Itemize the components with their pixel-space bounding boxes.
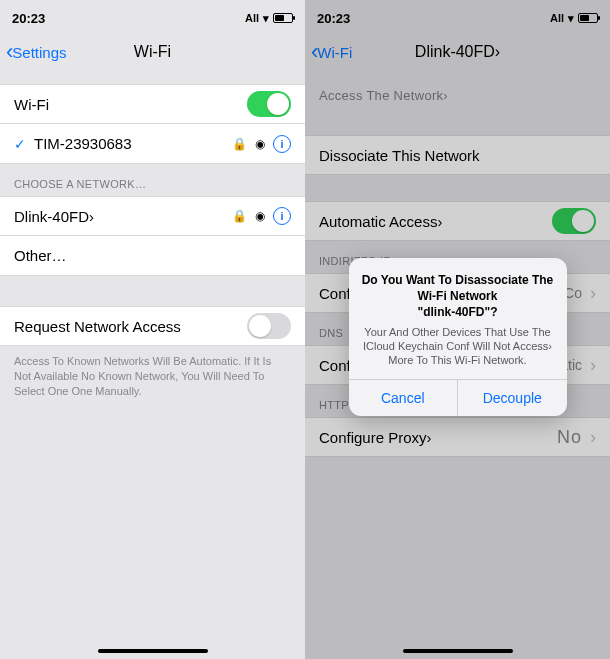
request-access-label: Request Network Access (14, 318, 181, 335)
other-network-row[interactable]: Other… (0, 236, 305, 276)
nav-bar: ‹ Settings Wi-Fi (0, 30, 305, 74)
status-carrier: All (245, 12, 259, 24)
battery-icon (273, 13, 293, 23)
home-indicator (98, 649, 208, 653)
wifi-toggle-row[interactable]: Wi-Fi (0, 84, 305, 124)
lock-icon: 🔒 (232, 137, 247, 151)
other-label: Other… (14, 247, 67, 264)
info-icon[interactable]: i (273, 207, 291, 225)
confirm-dialog: Do You Want To Disassociate The Wi-Fi Ne… (349, 258, 567, 416)
connected-network-name: TIM-23930683 (34, 135, 132, 152)
status-right: All ▾ (245, 12, 293, 25)
wifi-icon: ▾ (263, 12, 269, 25)
wifi-toggle[interactable] (247, 91, 291, 117)
back-label: Settings (12, 44, 66, 61)
phone-right: 20:23 All ▾ ‹ Wi-Fi Dlink-40FD› Access T… (305, 0, 610, 659)
connected-network-row[interactable]: ✓ TIM-23930683 🔒 ◉ i (0, 124, 305, 164)
footer-note: Access To Known Networks Will Be Automat… (0, 346, 305, 399)
status-time: 20:23 (12, 11, 45, 26)
request-access-row[interactable]: Request Network Access (0, 306, 305, 346)
info-icon[interactable]: i (273, 135, 291, 153)
network-row[interactable]: Dlink-40FD› 🔒 ◉ i (0, 196, 305, 236)
wifi-strength-icon: ◉ (255, 137, 265, 151)
network-name: Dlink-40FD› (14, 208, 94, 225)
status-bar: 20:23 All ▾ (0, 0, 305, 30)
dialog-title-1: Do You Want To Disassociate The Wi-Fi Ne… (361, 272, 555, 304)
dialog-title-2: "dlink-40FD"? (361, 304, 555, 320)
decouple-button[interactable]: Decouple (457, 380, 567, 416)
back-button[interactable]: ‹ Settings (6, 41, 67, 63)
nav-title: Wi-Fi (134, 43, 171, 61)
lock-icon: 🔒 (232, 209, 247, 223)
checkmark-icon: ✓ (14, 136, 26, 152)
wifi-strength-icon: ◉ (255, 209, 265, 223)
wifi-toggle-label: Wi-Fi (14, 96, 49, 113)
cancel-button[interactable]: Cancel (349, 380, 458, 416)
request-access-toggle[interactable] (247, 313, 291, 339)
phone-left: 20:23 All ▾ ‹ Settings Wi-Fi Wi-Fi ✓ TIM… (0, 0, 305, 659)
choose-network-label: CHOOSE A NETWORK… (0, 164, 305, 196)
dialog-body: Your And Other Devices That Use The IClo… (361, 325, 555, 368)
